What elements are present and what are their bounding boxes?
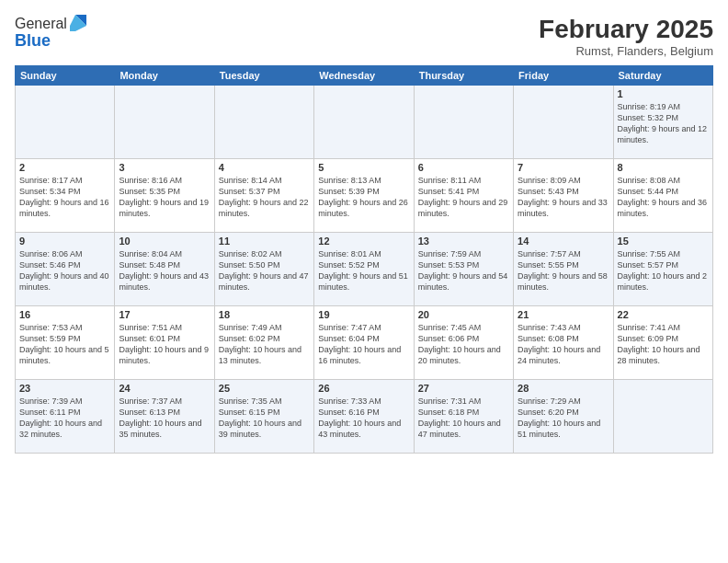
day-info: Sunrise: 8:06 AM Sunset: 5:46 PM Dayligh… (19, 248, 110, 293)
day-number: 17 (119, 309, 210, 320)
day-cell: 12Sunrise: 8:01 AM Sunset: 5:52 PM Dayli… (314, 233, 414, 306)
day-number: 24 (119, 383, 210, 394)
calendar-header: Sunday Monday Tuesday Wednesday Thursday… (16, 66, 713, 86)
day-cell: 21Sunrise: 7:43 AM Sunset: 6:08 PM Dayli… (514, 306, 613, 380)
day-info: Sunrise: 7:57 AM Sunset: 5:55 PM Dayligh… (518, 248, 609, 293)
day-cell (514, 86, 613, 159)
day-info: Sunrise: 8:01 AM Sunset: 5:52 PM Dayligh… (318, 248, 409, 293)
day-number: 23 (19, 383, 110, 394)
day-info: Sunrise: 7:47 AM Sunset: 6:04 PM Dayligh… (318, 322, 409, 367)
days-of-week-row: Sunday Monday Tuesday Wednesday Thursday… (16, 66, 713, 86)
day-cell: 4Sunrise: 8:14 AM Sunset: 5:37 PM Daylig… (214, 159, 313, 233)
day-cell: 28Sunrise: 7:29 AM Sunset: 6:20 PM Dayli… (514, 380, 613, 454)
day-number: 15 (618, 236, 709, 247)
page: General Blue February 2025 Rumst, Flande… (0, 0, 728, 563)
day-number: 1 (618, 88, 709, 99)
day-cell (613, 380, 712, 454)
title-block: February 2025 Rumst, Flanders, Belgium (539, 15, 713, 58)
day-number: 20 (418, 309, 509, 320)
day-cell: 18Sunrise: 7:49 AM Sunset: 6:02 PM Dayli… (214, 306, 313, 380)
day-number: 22 (618, 309, 709, 320)
day-cell (314, 86, 414, 159)
day-cell: 27Sunrise: 7:31 AM Sunset: 6:18 PM Dayli… (414, 380, 513, 454)
day-info: Sunrise: 8:13 AM Sunset: 5:39 PM Dayligh… (318, 175, 409, 220)
day-info: Sunrise: 7:45 AM Sunset: 6:06 PM Dayligh… (418, 322, 509, 367)
week-row-0: 1Sunrise: 8:19 AM Sunset: 5:32 PM Daylig… (16, 86, 713, 159)
day-cell: 10Sunrise: 8:04 AM Sunset: 5:48 PM Dayli… (115, 233, 214, 306)
day-cell: 19Sunrise: 7:47 AM Sunset: 6:04 PM Dayli… (314, 306, 414, 380)
day-number: 28 (518, 383, 609, 394)
header: General Blue February 2025 Rumst, Flande… (15, 15, 713, 58)
col-tuesday: Tuesday (214, 66, 313, 86)
day-cell: 25Sunrise: 7:35 AM Sunset: 6:15 PM Dayli… (214, 380, 313, 454)
week-row-4: 23Sunrise: 7:39 AM Sunset: 6:11 PM Dayli… (16, 380, 713, 454)
day-cell: 1Sunrise: 8:19 AM Sunset: 5:32 PM Daylig… (613, 86, 712, 159)
logo-icon (68, 13, 88, 33)
day-info: Sunrise: 7:31 AM Sunset: 6:18 PM Dayligh… (418, 396, 509, 441)
day-cell: 2Sunrise: 8:17 AM Sunset: 5:34 PM Daylig… (16, 159, 115, 233)
day-info: Sunrise: 7:41 AM Sunset: 6:09 PM Dayligh… (618, 322, 709, 367)
day-number: 8 (618, 162, 709, 173)
day-cell: 5Sunrise: 8:13 AM Sunset: 5:39 PM Daylig… (314, 159, 414, 233)
day-cell (16, 86, 115, 159)
col-friday: Friday (514, 66, 613, 86)
col-wednesday: Wednesday (314, 66, 414, 86)
day-number: 26 (318, 383, 409, 394)
day-cell: 15Sunrise: 7:55 AM Sunset: 5:57 PM Dayli… (613, 233, 712, 306)
calendar-body: 1Sunrise: 8:19 AM Sunset: 5:32 PM Daylig… (16, 86, 713, 454)
day-number: 4 (219, 162, 310, 173)
day-cell: 20Sunrise: 7:45 AM Sunset: 6:06 PM Dayli… (414, 306, 513, 380)
day-number: 13 (418, 236, 509, 247)
day-info: Sunrise: 8:04 AM Sunset: 5:48 PM Dayligh… (119, 248, 210, 293)
day-number: 9 (19, 236, 110, 247)
day-cell (414, 86, 513, 159)
logo-general-text: General (15, 16, 67, 32)
day-cell: 13Sunrise: 7:59 AM Sunset: 5:53 PM Dayli… (414, 233, 513, 306)
day-number: 16 (19, 309, 110, 320)
day-info: Sunrise: 7:43 AM Sunset: 6:08 PM Dayligh… (518, 322, 609, 367)
day-info: Sunrise: 7:35 AM Sunset: 6:15 PM Dayligh… (219, 396, 310, 441)
day-number: 11 (219, 236, 310, 247)
day-info: Sunrise: 7:51 AM Sunset: 6:01 PM Dayligh… (119, 322, 210, 367)
day-info: Sunrise: 7:33 AM Sunset: 6:16 PM Dayligh… (318, 396, 409, 441)
day-number: 19 (318, 309, 409, 320)
day-info: Sunrise: 7:37 AM Sunset: 6:13 PM Dayligh… (119, 396, 210, 441)
day-number: 6 (418, 162, 509, 173)
day-cell: 16Sunrise: 7:53 AM Sunset: 5:59 PM Dayli… (16, 306, 115, 380)
col-thursday: Thursday (414, 66, 513, 86)
day-info: Sunrise: 8:19 AM Sunset: 5:32 PM Dayligh… (618, 101, 709, 146)
calendar: Sunday Monday Tuesday Wednesday Thursday… (15, 65, 713, 454)
day-number: 10 (119, 236, 210, 247)
day-number: 27 (418, 383, 509, 394)
day-cell: 6Sunrise: 8:11 AM Sunset: 5:41 PM Daylig… (414, 159, 513, 233)
day-cell: 24Sunrise: 7:37 AM Sunset: 6:13 PM Dayli… (115, 380, 214, 454)
day-cell: 23Sunrise: 7:39 AM Sunset: 6:11 PM Dayli… (16, 380, 115, 454)
day-info: Sunrise: 7:55 AM Sunset: 5:57 PM Dayligh… (618, 248, 709, 293)
day-number: 12 (318, 236, 409, 247)
day-cell: 9Sunrise: 8:06 AM Sunset: 5:46 PM Daylig… (16, 233, 115, 306)
day-cell: 11Sunrise: 8:02 AM Sunset: 5:50 PM Dayli… (214, 233, 313, 306)
location: Rumst, Flanders, Belgium (539, 44, 713, 58)
day-number: 3 (119, 162, 210, 173)
week-row-1: 2Sunrise: 8:17 AM Sunset: 5:34 PM Daylig… (16, 159, 713, 233)
day-cell: 7Sunrise: 8:09 AM Sunset: 5:43 PM Daylig… (514, 159, 613, 233)
day-info: Sunrise: 8:08 AM Sunset: 5:44 PM Dayligh… (618, 175, 709, 220)
week-row-3: 16Sunrise: 7:53 AM Sunset: 5:59 PM Dayli… (16, 306, 713, 380)
day-info: Sunrise: 8:02 AM Sunset: 5:50 PM Dayligh… (219, 248, 310, 293)
day-number: 14 (518, 236, 609, 247)
day-number: 21 (518, 309, 609, 320)
logo: General Blue (15, 15, 88, 51)
day-info: Sunrise: 8:14 AM Sunset: 5:37 PM Dayligh… (219, 175, 310, 220)
day-cell: 17Sunrise: 7:51 AM Sunset: 6:01 PM Dayli… (115, 306, 214, 380)
col-monday: Monday (115, 66, 214, 86)
day-number: 7 (518, 162, 609, 173)
day-number: 5 (318, 162, 409, 173)
day-cell: 14Sunrise: 7:57 AM Sunset: 5:55 PM Dayli… (514, 233, 613, 306)
week-row-2: 9Sunrise: 8:06 AM Sunset: 5:46 PM Daylig… (16, 233, 713, 306)
day-info: Sunrise: 8:09 AM Sunset: 5:43 PM Dayligh… (518, 175, 609, 220)
day-info: Sunrise: 7:39 AM Sunset: 6:11 PM Dayligh… (19, 396, 110, 441)
day-cell (115, 86, 214, 159)
day-cell: 26Sunrise: 7:33 AM Sunset: 6:16 PM Dayli… (314, 380, 414, 454)
col-sunday: Sunday (16, 66, 115, 86)
col-saturday: Saturday (613, 66, 712, 86)
